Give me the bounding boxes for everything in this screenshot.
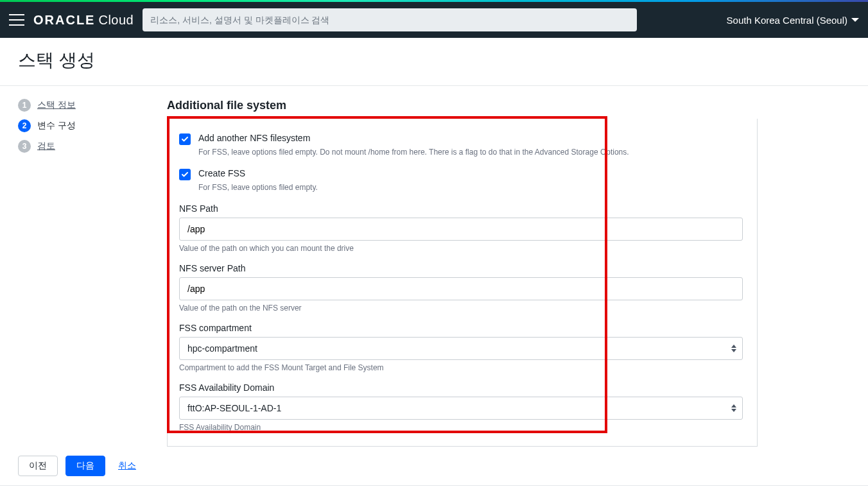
wizard-steps: 1 스택 정보 2 변수 구성 3 검토 bbox=[18, 99, 146, 447]
oracle-cloud-logo[interactable]: ORACLE Cloud bbox=[33, 13, 134, 28]
main-content: Additional file system Add another NFS f… bbox=[167, 99, 758, 447]
global-header: ORACLE Cloud South Korea Central (Seoul) bbox=[0, 2, 868, 38]
form-panel: Add another NFS filesystem For FSS, leav… bbox=[167, 119, 758, 447]
step-label: 스택 정보 bbox=[37, 99, 76, 111]
checkbox-icon bbox=[179, 169, 191, 180]
wizard-actions: 이전 다음 취소 bbox=[0, 447, 868, 485]
nfs-server-path-input[interactable] bbox=[179, 277, 743, 300]
search-input[interactable] bbox=[143, 8, 637, 31]
fss-ad-select[interactable]: fttO:AP-SEOUL-1-AD-1 bbox=[179, 397, 743, 420]
select-value: hpc-compartment bbox=[187, 343, 257, 354]
fss-compartment-select[interactable]: hpc-compartment bbox=[179, 337, 743, 360]
step-number: 2 bbox=[18, 119, 31, 132]
search-wrap bbox=[143, 8, 637, 31]
step-number: 3 bbox=[18, 140, 31, 153]
field-help: Compartment to add the FSS Mount Target … bbox=[179, 363, 745, 372]
field-label: NFS server Path bbox=[179, 263, 745, 273]
step-number: 1 bbox=[18, 99, 31, 112]
cancel-link[interactable]: 취소 bbox=[118, 460, 136, 472]
field-help: Value of the path on the NFS server bbox=[179, 304, 745, 313]
page-title: 스택 생성 bbox=[18, 48, 850, 73]
checkbox-icon bbox=[179, 133, 191, 145]
logo-cloud-text: Cloud bbox=[98, 13, 134, 28]
step-variables[interactable]: 2 변수 구성 bbox=[18, 119, 146, 132]
select-value: fttO:AP-SEOUL-1-AD-1 bbox=[187, 403, 281, 413]
body-wrap: 1 스택 정보 2 변수 구성 3 검토 Additional file sys… bbox=[0, 86, 868, 447]
step-stack-info[interactable]: 1 스택 정보 bbox=[18, 99, 146, 112]
field-fss-compartment: FSS compartment hpc-compartment Compartm… bbox=[179, 323, 745, 372]
field-help: Value of the path on which you can mount… bbox=[179, 244, 745, 253]
region-selector[interactable]: South Korea Central (Seoul) bbox=[727, 15, 859, 26]
field-help: FSS Availability Domain bbox=[179, 423, 745, 432]
field-fss-ad: FSS Availability Domain fttO:AP-SEOUL-1-… bbox=[179, 382, 745, 432]
checkbox-add-nfs[interactable]: Add another NFS filesystem bbox=[179, 133, 745, 145]
field-label: FSS Availability Domain bbox=[179, 382, 745, 393]
field-nfs-path: NFS Path Value of the path on which you … bbox=[179, 203, 745, 253]
menu-icon[interactable] bbox=[9, 14, 24, 26]
region-label: South Korea Central (Seoul) bbox=[727, 15, 847, 26]
chevron-down-icon bbox=[851, 18, 859, 22]
field-label: NFS Path bbox=[179, 203, 745, 214]
next-button[interactable]: 다음 bbox=[65, 456, 105, 476]
checkbox-label: Create FSS bbox=[198, 168, 245, 178]
field-label: FSS compartment bbox=[179, 323, 745, 333]
page-title-row: 스택 생성 bbox=[0, 38, 868, 86]
checkbox-label: Add another NFS filesystem bbox=[198, 133, 310, 143]
prev-button[interactable]: 이전 bbox=[18, 456, 58, 476]
checkbox-create-fss[interactable]: Create FSS bbox=[179, 168, 745, 180]
step-review[interactable]: 3 검토 bbox=[18, 140, 146, 153]
logo-oracle-text: ORACLE bbox=[33, 13, 95, 28]
step-label: 검토 bbox=[37, 141, 55, 152]
nfs-path-input[interactable] bbox=[179, 218, 743, 241]
help-text: For FSS, leave options filed empty. Do n… bbox=[198, 148, 745, 157]
field-nfs-server-path: NFS server Path Value of the path on the… bbox=[179, 263, 745, 313]
section-title: Additional file system bbox=[167, 99, 758, 112]
footer: 이용약관 및 개인정보 보호정책 쿠키 환경설정 Copyright © 202… bbox=[0, 485, 868, 489]
help-text: For FSS, leave options filed empty. bbox=[198, 183, 745, 192]
step-label: 변수 구성 bbox=[37, 120, 76, 132]
